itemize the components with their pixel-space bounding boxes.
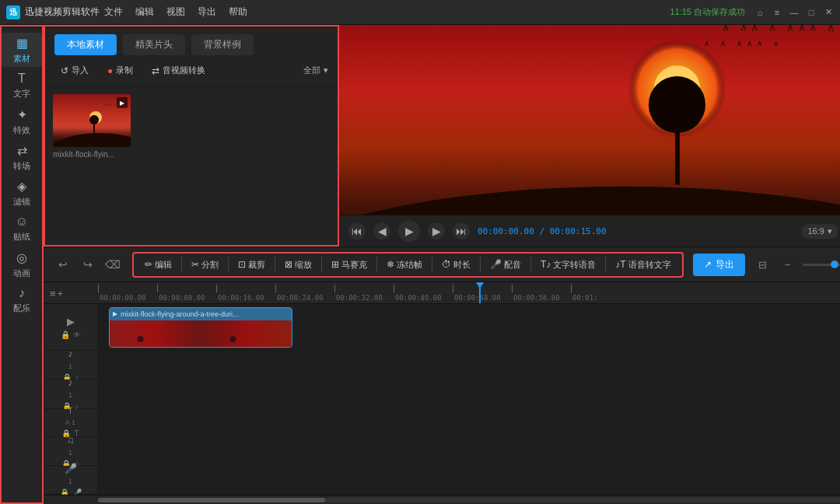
- audio1-number: 1: [68, 362, 72, 370]
- edit-tool-crop[interactable]: ⊡ 裁剪: [232, 256, 271, 274]
- tab-local-material[interactable]: 本地素材: [54, 34, 117, 55]
- sidebar-item-animation[interactable]: ◎ 动画: [2, 247, 42, 282]
- music-track-icon: ♫: [67, 434, 75, 446]
- sidebar-item-effect[interactable]: ✦ 特效: [2, 104, 42, 138]
- scroll-track[interactable]: [98, 498, 840, 502]
- zoom-slider[interactable]: [803, 264, 840, 266]
- animation-icon: ◎: [16, 250, 27, 265]
- visibility-button[interactable]: 👁: [73, 331, 81, 339]
- tool-separator-5: [376, 257, 377, 272]
- edit-tool-freeze[interactable]: ❄ 冻结帧: [380, 256, 429, 274]
- export-button[interactable]: ↗ 导出: [693, 254, 745, 276]
- menu-file[interactable]: 文件: [104, 5, 123, 19]
- clip-header: ▶ mixkit-flock-flying-around-a-tree-duri…: [110, 308, 292, 320]
- split-icon: ✂: [191, 259, 199, 270]
- list-item[interactable]: ∧∧∧∧ ▶ mixkit-flock-flyin...: [53, 94, 131, 159]
- sidebar-item-transition[interactable]: ⇄ 转场: [2, 140, 42, 174]
- menu-button[interactable]: ≡: [772, 7, 782, 18]
- edit-toolbar: ↩ ↪ ⌫ ✏ 编辑 ✂ 分割 ⊡ 裁剪: [44, 247, 840, 282]
- ruler-mark-1: 00:00:08.00: [157, 285, 216, 302]
- sidebar: ▦ 素材 T 文字 ✦ 特效 ⇄ 转场 ◈ 滤镜 ☺ 贴纸 ◎ 动画 ♪ 配乐: [0, 25, 44, 504]
- forward-button[interactable]: ▶: [428, 222, 445, 240]
- crop-icon: ⊡: [238, 259, 246, 270]
- menu-export[interactable]: 导出: [198, 5, 216, 19]
- music-track-row: ♫ 1 🔒 ♫: [44, 437, 840, 466]
- play-button[interactable]: ▶: [398, 220, 420, 242]
- edit-tool-split[interactable]: ✂ 分割: [185, 256, 225, 274]
- voice-vis[interactable]: 🎤: [72, 488, 82, 495]
- audio-track-1-content: [98, 351, 840, 379]
- preview-settings: 16:9 ▾ 1.0x ▾ 🔊: [801, 224, 840, 239]
- clip-title: mixkit-flock-flying-around-a-tree-duri..…: [121, 310, 239, 318]
- export-icon: ↗: [704, 259, 712, 270]
- record-button[interactable]: ● 录制: [101, 61, 139, 79]
- media-filename: mixkit-flock-flyin...: [53, 150, 131, 159]
- scroll-thumb[interactable]: [98, 498, 325, 502]
- redo-button[interactable]: ↪: [78, 254, 98, 275]
- lock-button[interactable]: 🔒: [61, 331, 70, 339]
- sidebar-item-text[interactable]: T 文字: [2, 68, 42, 103]
- format-select[interactable]: 全部 ▾: [303, 65, 328, 76]
- import-button[interactable]: ↺ 导入: [54, 61, 95, 79]
- zoom-track[interactable]: [803, 264, 840, 266]
- time-display: 00:00:00.00 / 00:00:15.00: [478, 226, 607, 236]
- video-track-content: ▶ mixkit-flock-flying-around-a-tree-duri…: [98, 304, 840, 350]
- sidebar-label-material: 素材: [13, 53, 30, 65]
- media-tabs: 本地素材 精美片头 背景样例: [45, 26, 338, 61]
- close-button[interactable]: ✕: [823, 7, 834, 18]
- edit-tool-duration[interactable]: ⏱ 时长: [436, 256, 477, 274]
- import-label: 导入: [72, 65, 89, 76]
- zoom-out-button[interactable]: −: [778, 254, 798, 275]
- text-track-icon: T: [68, 407, 72, 415]
- ruler-marks: 00:00:00.00 00:00:08.00 00:00:16.00 00:0…: [98, 282, 610, 303]
- delete-button[interactable]: ⌫: [103, 254, 123, 275]
- sidebar-item-material[interactable]: ▦ 素材: [2, 33, 42, 67]
- content-area: 本地素材 精美片头 背景样例 ↺ 导入 ● 录制 ⇄: [44, 25, 840, 504]
- duration-icon: ⏱: [442, 259, 451, 270]
- tool-separator-7: [480, 257, 481, 272]
- menu-edit[interactable]: 编辑: [135, 5, 154, 19]
- prev-frame-button[interactable]: ⏮: [348, 222, 366, 240]
- current-time: 00:00:00.00: [478, 226, 534, 236]
- edit-tool-text2voice[interactable]: T♪ 文字转语音: [534, 256, 602, 274]
- next-frame-button[interactable]: ⏭: [453, 222, 470, 240]
- tab-background[interactable]: 背景样例: [191, 34, 254, 55]
- maximize-button[interactable]: □: [806, 7, 817, 18]
- menu-view[interactable]: 视图: [166, 5, 185, 19]
- play-icon: ▶: [117, 97, 128, 108]
- menu-help[interactable]: 帮助: [229, 5, 247, 19]
- undo-button[interactable]: ↩: [53, 254, 73, 275]
- screen-button[interactable]: ⊟: [753, 254, 773, 275]
- edit-tool-voiceover[interactable]: 🎤 配音: [484, 256, 527, 274]
- video-clip[interactable]: ▶ mixkit-flock-flying-around-a-tree-duri…: [109, 307, 292, 348]
- timeline-scrollbar[interactable]: [44, 495, 840, 504]
- ruler-mark-8: 00:01:: [571, 285, 610, 302]
- convert-button[interactable]: ⇄ 音视频转换: [145, 61, 212, 79]
- home-button[interactable]: ⌂: [754, 7, 765, 18]
- edit-tool-zoom[interactable]: ⊠ 缩放: [278, 256, 318, 274]
- sidebar-item-music[interactable]: ♪ 配乐: [2, 283, 42, 317]
- undo-redo: ↩ ↪ ⌫: [53, 254, 123, 275]
- record-label: 录制: [116, 65, 133, 76]
- add-track-button[interactable]: ≡ +: [50, 287, 63, 299]
- tool-separator-6: [432, 257, 432, 272]
- plus-icon: +: [58, 287, 64, 299]
- edit-tool-voice2text[interactable]: ♪T 语音转文字: [609, 256, 677, 274]
- split-label: 分割: [201, 259, 219, 271]
- tool-separator-8: [530, 257, 531, 272]
- convert-icon: ⇄: [152, 65, 159, 76]
- music-icon: ♪: [19, 286, 25, 300]
- video-track-icon: ▶: [67, 316, 75, 327]
- tab-premium[interactable]: 精美片头: [123, 34, 185, 55]
- sidebar-item-sticker[interactable]: ☺ 贴纸: [2, 212, 42, 246]
- voice-lock[interactable]: 🔒: [60, 488, 69, 495]
- edit-tool-mask[interactable]: ⊞ 马赛克: [325, 256, 373, 274]
- audio-track-2-label: ♪ 1 🔒 ♪: [44, 380, 98, 408]
- sidebar-item-filter[interactable]: ◈ 滤镜: [2, 176, 42, 210]
- minimize-button[interactable]: —: [789, 7, 800, 18]
- rewind-button[interactable]: ◀: [373, 222, 390, 240]
- edit-label: 编辑: [155, 259, 172, 271]
- aspect-ratio-select[interactable]: 16:9 ▾: [801, 224, 838, 239]
- edit-tool-edit[interactable]: ✏ 编辑: [138, 256, 178, 274]
- ruler-mark-4: 00:00:32.00: [334, 285, 394, 302]
